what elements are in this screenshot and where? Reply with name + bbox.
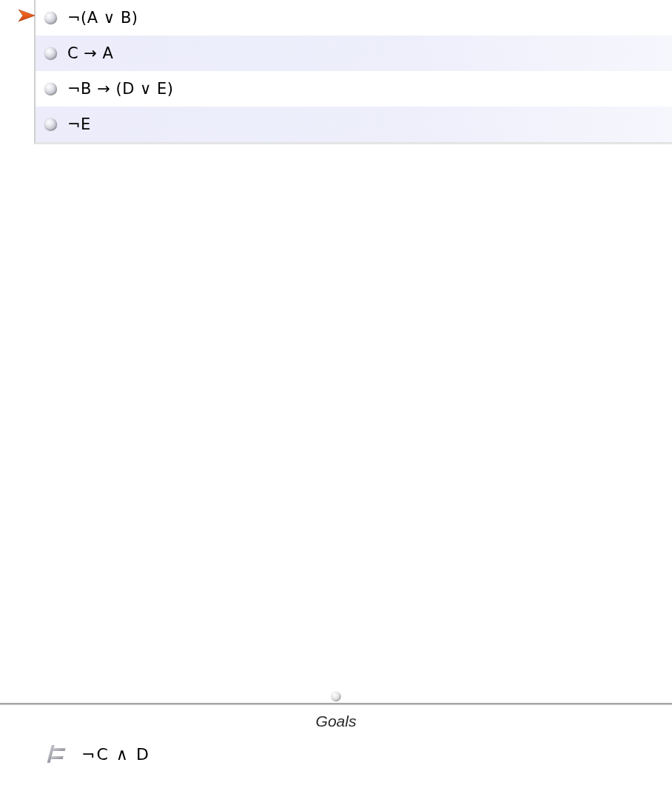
bullet-orb-icon bbox=[44, 12, 57, 24]
premise-row[interactable]: C → A bbox=[36, 36, 672, 71]
semantic-turnstile-icon bbox=[46, 744, 68, 764]
svg-rect-2 bbox=[53, 748, 66, 751]
svg-rect-1 bbox=[47, 745, 55, 763]
bullet-orb-icon bbox=[44, 83, 57, 95]
premise-formula: C → A bbox=[67, 44, 113, 62]
goal-row[interactable]: ¬C ∧ D bbox=[0, 744, 672, 764]
svg-marker-0 bbox=[19, 10, 35, 21]
premise-formula: ¬E bbox=[67, 115, 91, 133]
premise-formula: ¬(A ∨ B) bbox=[67, 9, 138, 27]
premise-formula: ¬B → (D ∨ E) bbox=[67, 80, 174, 98]
goals-title: Goals bbox=[0, 705, 672, 744]
goal-formula: ¬C ∧ D bbox=[81, 745, 150, 764]
splitter-handle-icon[interactable] bbox=[332, 692, 341, 701]
gutter bbox=[0, 0, 34, 7]
premise-list: ¬(A ∨ B) C → A ¬B → (D ∨ E) ¬E bbox=[34, 0, 672, 144]
pane-splitter[interactable] bbox=[0, 692, 672, 705]
bullet-orb-icon bbox=[44, 118, 57, 131]
goals-panel: Goals ¬C ∧ D bbox=[0, 705, 672, 805]
premise-row[interactable]: ¬E bbox=[36, 107, 672, 142]
premise-row[interactable]: ¬B → (D ∨ E) bbox=[36, 71, 672, 107]
premise-row[interactable]: ¬(A ∨ B) bbox=[36, 0, 672, 36]
premises-panel: ¬(A ∨ B) C → A ¬B → (D ∨ E) ¬E bbox=[0, 0, 672, 144]
bullet-orb-icon bbox=[44, 47, 57, 60]
svg-rect-3 bbox=[51, 756, 64, 759]
